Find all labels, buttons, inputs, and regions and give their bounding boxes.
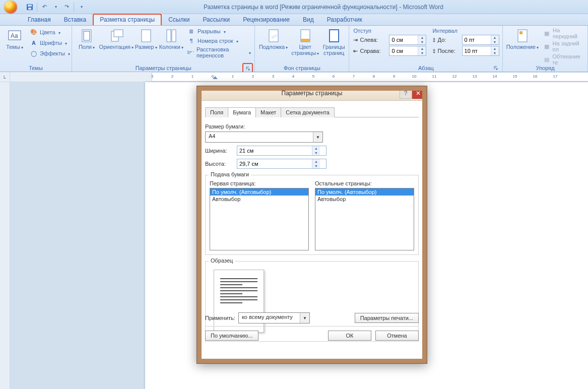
- dialog-close-button[interactable]: ✕: [412, 88, 424, 99]
- tab-view[interactable]: Вид: [296, 14, 320, 25]
- spacing-after-input[interactable]: ▲▼: [462, 46, 499, 56]
- ruler-bar: L 32101234567891011121314151617: [0, 72, 588, 82]
- dlg-tab-paper[interactable]: Бумага: [228, 107, 256, 117]
- bring-front: ▦На передний: [542, 27, 585, 40]
- margins-icon: [80, 29, 94, 43]
- themes-label: Темы: [6, 44, 23, 51]
- ruler-number: 13: [473, 74, 477, 79]
- indent-right-row: ⇤ Справа: ▲▼: [353, 45, 426, 56]
- indent-left-row: ⇥ Слева: ▲▼: [353, 34, 426, 45]
- spacing-after-icon: ‡: [432, 48, 435, 54]
- height-input[interactable]: ▲▼: [237, 159, 326, 169]
- tab-home[interactable]: Главная: [21, 14, 57, 25]
- back-icon: ▦: [543, 42, 551, 50]
- watermark-icon: abc: [267, 29, 281, 43]
- spacing-before-input[interactable]: ▲▼: [462, 35, 499, 45]
- svg-rect-8: [114, 30, 123, 37]
- dialog-title-text: Параметры страницы: [282, 90, 343, 97]
- dialog-titlebar[interactable]: Параметры страницы ? ✕: [197, 86, 427, 101]
- indent-left-input[interactable]: ▲▼: [389, 35, 426, 45]
- position-button[interactable]: Положение: [505, 27, 539, 51]
- size-button[interactable]: Размер: [134, 27, 159, 51]
- theme-effects[interactable]: ◯Эффекты: [28, 49, 72, 58]
- svg-text:Aa: Aa: [11, 32, 18, 39]
- breaks-button[interactable]: ≣Разрывы: [186, 27, 253, 36]
- ruler-number: 12: [452, 74, 457, 79]
- tab-review[interactable]: Рецензирование: [236, 14, 296, 25]
- wrap-icon: ▤: [543, 55, 550, 63]
- paragraph-launcher[interactable]: [492, 64, 499, 72]
- default-button[interactable]: По умолчанию...: [205, 331, 258, 341]
- dlg-tab-layout[interactable]: Макет: [255, 107, 281, 117]
- tab-page-layout[interactable]: Разметка страницы: [93, 14, 162, 25]
- ruler-number: 1: [191, 74, 193, 79]
- ruler-number: 9: [393, 74, 395, 79]
- list-item[interactable]: По умолч. (Автовыбор): [315, 188, 414, 196]
- page-color-button[interactable]: Цвет страницы: [290, 27, 321, 57]
- spinner-down-icon[interactable]: ▼: [418, 40, 426, 44]
- apply-combo[interactable]: ко всему документу ▼: [238, 312, 310, 323]
- group-page-setup: Поля Ориентация Размер Колонки ≣Разрывы …: [72, 26, 255, 72]
- vertical-ruler[interactable]: [0, 82, 10, 389]
- margins-button[interactable]: Поля: [74, 27, 99, 51]
- dialog-help-button[interactable]: ?: [400, 88, 412, 99]
- title-bar: ↶ ↷ Разметка страницы в word [Режим огра…: [0, 0, 588, 14]
- horizontal-ruler[interactable]: 32101234567891011121314151617: [10, 72, 588, 82]
- list-item[interactable]: Автовыбор: [210, 196, 308, 203]
- dlg-tab-fields[interactable]: Поля: [205, 107, 228, 117]
- watermark-button[interactable]: abc Подложка: [257, 27, 289, 51]
- ruler-number: 14: [493, 74, 497, 79]
- tab-mailings[interactable]: Рассылки: [196, 14, 236, 25]
- other-pages-label: Остальные страницы:: [315, 180, 414, 186]
- ok-button[interactable]: ОК: [328, 331, 371, 341]
- theme-colors[interactable]: 🎨Цвета: [28, 28, 72, 37]
- ribbon: Aa Темы 🎨Цвета AШрифты ◯Эффекты Темы Пол…: [0, 26, 588, 72]
- ruler-number: 5: [312, 74, 314, 79]
- svg-rect-10: [167, 30, 171, 42]
- cancel-button[interactable]: Отмена: [375, 331, 419, 341]
- list-item[interactable]: Автовыбор: [315, 196, 414, 203]
- tab-developer[interactable]: Разработчик: [320, 14, 369, 25]
- line-numbers-button[interactable]: ¶Номера строк: [186, 36, 253, 45]
- theme-fonts[interactable]: AШрифты: [28, 38, 72, 47]
- page-borders-button[interactable]: Границы страниц: [321, 27, 347, 56]
- svg-rect-18: [519, 31, 522, 34]
- svg-rect-9: [142, 30, 151, 42]
- indent-right-icon: ⇤: [353, 48, 358, 54]
- tab-insert[interactable]: Вставка: [57, 14, 93, 25]
- undo-more-icon[interactable]: [50, 2, 60, 12]
- dlg-tab-grid[interactable]: Сетка документа: [281, 107, 335, 117]
- save-icon[interactable]: [25, 2, 35, 12]
- redo-icon[interactable]: ↷: [61, 2, 72, 12]
- paper-size-combo[interactable]: A4 ▼: [205, 132, 323, 143]
- width-input[interactable]: ▲▼: [237, 146, 326, 156]
- chevron-down-icon[interactable]: ▼: [300, 313, 309, 323]
- indent-left-icon: ⇥: [353, 37, 358, 43]
- ruler-number: 7: [353, 74, 355, 79]
- tab-selector[interactable]: L: [0, 72, 10, 82]
- list-item[interactable]: По умолч. (Автовыбор): [210, 188, 308, 196]
- indent-right-input[interactable]: ▲▼: [389, 46, 426, 56]
- office-button[interactable]: [2, 0, 19, 14]
- tab-references[interactable]: Ссылки: [162, 14, 196, 25]
- window-title: Разметка страницы в word [Режим ограниче…: [89, 4, 588, 11]
- undo-icon[interactable]: ↶: [39, 2, 49, 12]
- first-page-listbox[interactable]: По умолч. (Автовыбор) Автовыбор: [210, 188, 309, 250]
- columns-button[interactable]: Колонки: [159, 27, 184, 51]
- ruler-number: 11: [432, 74, 437, 79]
- ruler-number: 10: [412, 74, 417, 79]
- themes-button[interactable]: Aa Темы: [2, 27, 27, 51]
- columns-icon: [164, 29, 178, 43]
- page-color-icon: [298, 29, 312, 43]
- hyphenation-button[interactable]: bᵃ⁻Расстановка переносов: [186, 46, 253, 59]
- chevron-down-icon[interactable]: ▼: [313, 132, 322, 142]
- quick-access-toolbar: ↶ ↷: [22, 1, 89, 13]
- print-options-button[interactable]: Параметры печати...: [355, 313, 419, 323]
- orientation-button[interactable]: Ориентация: [99, 27, 134, 51]
- ruler-number: 1: [232, 74, 234, 79]
- other-pages-listbox[interactable]: По умолч. (Автовыбор) Автовыбор: [315, 188, 414, 250]
- ruler-number: 17: [553, 74, 558, 79]
- spinner-up-icon[interactable]: ▲: [418, 35, 426, 40]
- indent-header: Отступ: [353, 28, 426, 34]
- qat-customize-icon[interactable]: [76, 2, 86, 12]
